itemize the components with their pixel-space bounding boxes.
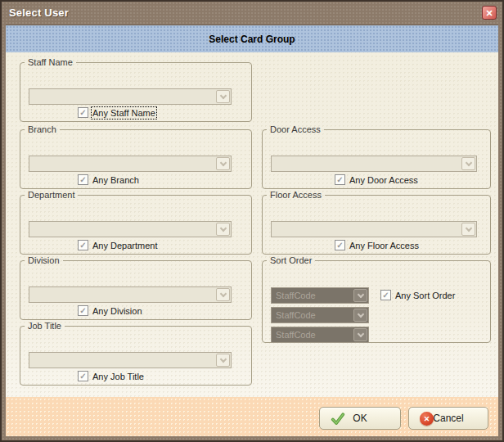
footer-bar: OK ✕ Cancel [6,397,498,436]
group-staff-name-label: Staff Name [25,57,76,67]
any-branch-checkbox[interactable]: ✓ [78,174,88,185]
department-combobox[interactable] [29,221,232,237]
page-title: Select Card Group [209,34,295,45]
cancel-x-icon: ✕ [420,412,434,426]
group-division-label: Division [25,255,63,265]
chevron-down-icon [219,224,226,231]
job-title-combobox-value [29,353,231,355]
group-job-title: Job Title ✓ Any Job Title [20,321,252,386]
any-sort-order-label[interactable]: Any Sort Order [395,291,455,300]
any-division-checkbox[interactable]: ✓ [78,305,88,316]
title-bar: Select User ✕ [2,2,502,25]
window-title: Select User [9,7,69,19]
chevron-down-icon [465,224,471,231]
cancel-button-label: Cancel [433,413,463,424]
branch-combo-dropdown-button[interactable] [216,157,230,170]
division-combo-dropdown-button[interactable] [216,288,230,301]
ok-button-label: OK [353,413,367,424]
group-department: Department ✓ Any Department [20,190,252,255]
chevron-down-icon [357,310,363,317]
floor-access-combobox[interactable] [271,221,477,237]
floor-access-combo-dropdown-button[interactable] [461,223,475,236]
dialog-content: Select Card Group Staff Name ✓ Any Staff… [6,25,498,436]
division-combobox[interactable] [29,286,232,303]
job-title-combo-dropdown-button[interactable] [216,354,230,367]
group-job-title-label: Job Title [25,321,65,331]
any-sort-order-checkbox[interactable]: ✓ [380,290,391,300]
any-department-label[interactable]: Any Department [92,241,157,250]
chevron-down-icon [219,355,226,362]
chevron-down-icon [219,159,226,165]
group-floor-access: Floor Access ✓ Any Floor Access [262,190,491,255]
group-sort-order-label: Sort Order [267,255,315,265]
any-floor-access-label[interactable]: Any Floor Access [349,241,419,250]
any-floor-access-checkbox[interactable]: ✓ [335,240,345,250]
group-department-label: Department [25,190,78,200]
staff-name-combobox[interactable] [29,88,232,105]
sort-order-combobox-2[interactable]: StaffCode [271,307,369,323]
ok-check-icon [331,412,345,429]
group-door-access: Door Access ✓ Any Door Access [262,124,491,189]
staff-name-combo-dropdown-button[interactable] [216,90,230,103]
door-access-combobox-value [272,156,476,159]
sort-order-combobox-3[interactable]: StaffCode [271,327,369,343]
sort-order-combo-1-dropdown-button[interactable] [353,289,367,302]
chevron-down-icon [357,291,363,297]
any-door-access-checkbox[interactable]: ✓ [335,174,345,185]
any-door-access-label[interactable]: Any Door Access [349,175,418,185]
group-branch-label: Branch [25,124,60,134]
any-job-title-checkbox[interactable]: ✓ [78,371,88,381]
any-staff-name-checkbox[interactable]: ✓ [78,107,88,118]
group-staff-name: Staff Name ✓ Any Staff Name [20,57,252,122]
group-division: Division ✓ Any Division [20,255,252,320]
division-combobox-value [29,287,231,290]
door-access-combo-dropdown-button[interactable] [461,157,475,170]
any-job-title-label[interactable]: Any Job Title [92,372,144,381]
branch-combobox-value [29,156,231,159]
group-floor-access-label: Floor Access [267,190,325,200]
chevron-down-icon [219,290,226,296]
floor-access-combobox-value [272,222,476,224]
department-combo-dropdown-button[interactable] [216,223,230,236]
sort-order-combo-2-dropdown-button[interactable] [353,309,367,322]
group-door-access-label: Door Access [267,124,324,134]
department-combobox-value [29,222,231,224]
any-branch-label[interactable]: Any Branch [92,175,139,185]
any-staff-name-label[interactable]: Any Staff Name [92,108,155,118]
sort-order-combo-3-dropdown-button[interactable] [353,328,367,341]
close-icon[interactable]: ✕ [482,6,497,20]
job-title-combobox[interactable] [29,352,232,368]
select-user-dialog: Select User ✕ Select Card Group Staff Na… [0,0,504,442]
cancel-button[interactable]: ✕ Cancel [408,407,488,430]
chevron-down-icon [465,159,471,165]
staff-name-combobox-value [29,89,231,92]
door-access-combobox[interactable] [271,156,477,172]
group-sort-order: Sort Order StaffCode StaffCode StaffCode… [262,255,491,343]
ok-button[interactable]: OK [319,407,401,430]
header-banner: Select Card Group [6,25,498,52]
chevron-down-icon [219,92,226,98]
any-division-label[interactable]: Any Division [92,306,142,316]
chevron-down-icon [357,330,363,336]
any-department-checkbox[interactable]: ✓ [78,240,88,250]
branch-combobox[interactable] [29,156,232,172]
sort-order-combobox-1[interactable]: StaffCode [271,287,369,304]
group-branch: Branch ✓ Any Branch [20,124,252,189]
